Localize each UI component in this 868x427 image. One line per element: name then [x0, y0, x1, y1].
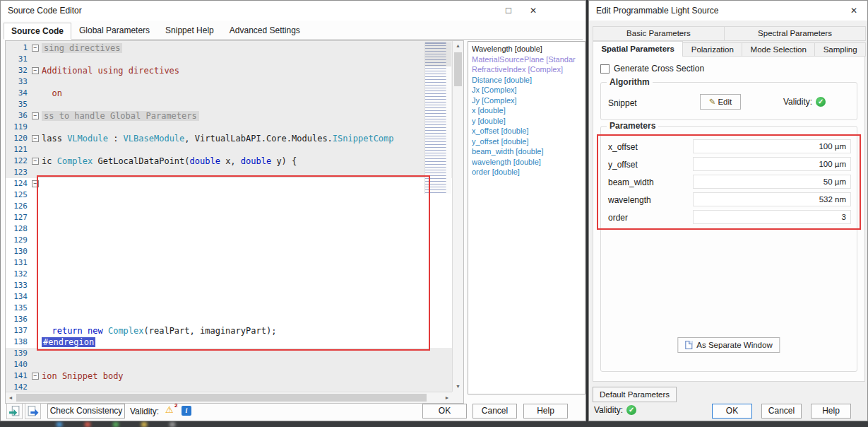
scroll-down-icon[interactable]: ▼: [453, 382, 463, 392]
minimap-viewport[interactable]: [425, 42, 451, 66]
code-line-132[interactable]: 132: [6, 269, 452, 280]
code-line-126[interactable]: 126: [6, 201, 452, 212]
code-line-140[interactable]: 140: [6, 359, 452, 370]
code-line-34[interactable]: 34 on: [6, 88, 452, 99]
tab-source-code[interactable]: Source Code: [4, 23, 71, 40]
maximize-icon[interactable]: □: [497, 1, 520, 21]
parameter-value-field[interactable]: 100 µm: [693, 139, 851, 153]
code-line-130[interactable]: 130: [6, 246, 452, 257]
code-line-31[interactable]: 31: [6, 54, 452, 65]
code-line-124[interactable]: 124−: [6, 178, 452, 189]
code-line-36[interactable]: 36−ss to handle Global Parameters: [6, 110, 452, 122]
fold-collapse-icon[interactable]: −: [32, 373, 39, 380]
taskbar[interactable]: [0, 421, 868, 427]
close-icon[interactable]: ✕: [522, 1, 545, 21]
variable-item[interactable]: wavelength [double]: [472, 157, 581, 168]
horizontal-scrollbar-thumb[interactable]: [16, 394, 427, 402]
code-line-133[interactable]: 133: [6, 280, 452, 291]
scroll-up-icon[interactable]: ▲: [453, 41, 463, 51]
code-line-119[interactable]: 119: [6, 122, 452, 133]
code-line-136[interactable]: 136: [6, 314, 452, 325]
variables-panel[interactable]: Wavelength [double]MaterialSourcePlane […: [468, 41, 585, 394]
code-line-131[interactable]: 131: [6, 257, 452, 269]
variable-item[interactable]: y_offset [double]: [472, 136, 581, 147]
cancel-button[interactable]: Cancel: [761, 404, 802, 419]
as-separate-window-button[interactable]: As Separate Window: [677, 337, 780, 353]
parameter-value-field[interactable]: 50 µm: [693, 175, 851, 189]
line-number: 128: [6, 223, 31, 235]
variable-item[interactable]: Jx [Complex]: [472, 85, 581, 95]
fold-collapse-icon[interactable]: −: [32, 67, 39, 74]
load-source-button[interactable]: [6, 403, 23, 419]
code-line-134[interactable]: 134: [6, 291, 452, 303]
info-icon[interactable]: i: [182, 406, 191, 416]
tab-global-parameters[interactable]: Global Parameters: [71, 22, 157, 39]
ok-button[interactable]: OK: [712, 404, 752, 419]
code-line-138[interactable]: 138#endregion: [6, 337, 452, 348]
variable-item[interactable]: RefractiveIndex [Complex]: [472, 64, 581, 75]
code-line-35[interactable]: 35: [6, 99, 452, 110]
parameter-value-field[interactable]: 532 nm: [693, 192, 851, 206]
code-line-32[interactable]: 32−Additional using directives: [6, 65, 452, 76]
code-line-120[interactable]: 120−lass VLModule : VLBaseModule, Virtua…: [6, 133, 452, 144]
scroll-right-icon[interactable]: ►: [442, 392, 452, 403]
fold-collapse-icon[interactable]: −: [32, 135, 39, 142]
parameter-value-field[interactable]: 3: [693, 210, 851, 224]
horizontal-scrollbar[interactable]: ◄ ►: [6, 392, 452, 403]
generate-cross-section-label[interactable]: Generate Cross Section: [614, 64, 704, 74]
code-line-121[interactable]: 121: [6, 144, 452, 156]
edit-snippet-button[interactable]: ✎Edit: [700, 94, 741, 110]
tab-snippet-help[interactable]: Snippet Help: [157, 22, 222, 39]
fold-collapse-icon[interactable]: −: [32, 112, 39, 119]
fold-collapse-icon[interactable]: −: [32, 45, 39, 52]
variable-item[interactable]: MaterialSourcePlane [Standar: [472, 54, 581, 65]
generate-cross-section-checkbox[interactable]: [600, 64, 610, 74]
variable-item[interactable]: order [double]: [472, 167, 581, 177]
code-line-135[interactable]: 135: [6, 303, 452, 314]
fold-collapse-icon[interactable]: −: [32, 158, 39, 165]
code-line-137[interactable]: 137 return new Complex(realPart, imagina…: [6, 325, 452, 337]
code-editor[interactable]: 1−sing directives3132−Additional using d…: [5, 40, 464, 404]
tab-polarization[interactable]: Polarization: [682, 42, 742, 57]
variable-item[interactable]: x_offset [double]: [472, 126, 581, 136]
variable-item[interactable]: beam_width [double]: [472, 146, 581, 157]
save-source-button[interactable]: [25, 403, 41, 419]
help-button[interactable]: Help: [523, 404, 568, 419]
parameter-value-field[interactable]: 100 µm: [693, 157, 851, 171]
variable-item[interactable]: Distance [double]: [472, 75, 581, 86]
default-parameters-button[interactable]: Default Parameters: [593, 387, 677, 402]
tab-sampling[interactable]: Sampling: [814, 42, 866, 57]
code-line-128[interactable]: 128: [6, 223, 452, 235]
ok-button[interactable]: OK: [422, 404, 467, 419]
close-icon[interactable]: ✕: [843, 1, 865, 21]
vertical-scrollbar[interactable]: ▲ ▼: [452, 41, 463, 392]
variable-item[interactable]: x [double]: [472, 105, 581, 116]
check-consistency-button[interactable]: Check Consistency: [47, 404, 125, 419]
scroll-left-icon[interactable]: ◄: [6, 392, 16, 403]
fold-collapse-icon[interactable]: −: [32, 180, 39, 187]
help-button[interactable]: Help: [811, 404, 851, 419]
tab-mode-selection[interactable]: Mode Selection: [742, 42, 815, 57]
tab-spatial-parameters[interactable]: Spatial Parameters: [593, 41, 683, 57]
cancel-button[interactable]: Cancel: [472, 404, 517, 419]
titlebar[interactable]: Edit Programmable Light Source ✕: [589, 1, 867, 21]
code-line-123[interactable]: 123: [6, 167, 452, 178]
tab-basic-parameters[interactable]: Basic Parameters: [593, 26, 725, 41]
code-line-122[interactable]: 122−ic Complex GetLocalDataPoint(double …: [6, 156, 452, 167]
minimap[interactable]: [424, 42, 451, 194]
vertical-scrollbar-thumb[interactable]: [454, 52, 462, 86]
code-line-142[interactable]: 142: [6, 382, 452, 392]
code-line-141[interactable]: 141−ion Snippet body: [6, 370, 452, 382]
code-line-129[interactable]: 129: [6, 235, 452, 246]
variable-item[interactable]: Jy [Complex]: [472, 95, 581, 106]
variable-item[interactable]: Wavelength [double]: [472, 44, 581, 54]
tab-advanced-settings[interactable]: Advanced Settings: [222, 22, 308, 39]
code-line-125[interactable]: 125: [6, 189, 452, 201]
code-line-127[interactable]: 127: [6, 212, 452, 223]
tab-spectral-parameters[interactable]: Spectral Parameters: [724, 26, 866, 41]
code-line-33[interactable]: 33: [6, 76, 452, 88]
code-line-1[interactable]: 1−sing directives: [6, 42, 452, 54]
code-line-139[interactable]: 139: [6, 348, 452, 359]
titlebar[interactable]: Source Code Editor □ ✕: [1, 1, 585, 21]
variable-item[interactable]: y [double]: [472, 116, 581, 127]
